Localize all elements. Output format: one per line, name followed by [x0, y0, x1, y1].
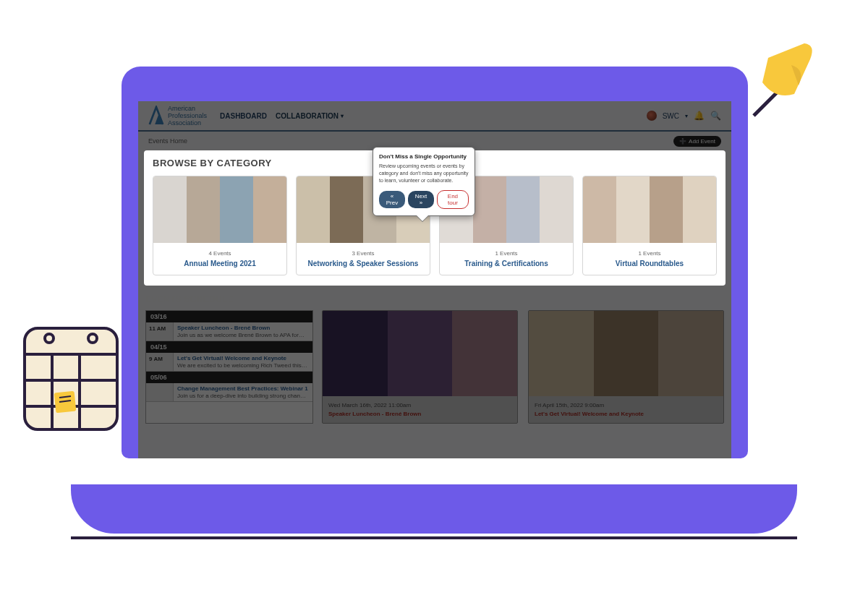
chevron-down-icon: ▾: [685, 113, 688, 119]
event-desc: Join us as we welcome Brené Brown to APA…: [177, 332, 309, 338]
category-name: Virtual Roundtables: [587, 260, 712, 267]
tour-title: Don't Miss a Single Opportunity: [379, 153, 469, 160]
tour-buttons: « Prev Next » End tour: [379, 190, 469, 209]
category-card[interactable]: 1 EventsVirtual Roundtables: [582, 176, 717, 275]
topbar-right: SWC ▾ 🔔 🔍: [647, 111, 721, 121]
event-desc: Join us for a deep-dive into building st…: [177, 393, 309, 399]
main-nav: DASHBOARD COLLABORATION ▾: [220, 112, 344, 120]
card-title: Speaker Luncheon - Brené Brown: [328, 411, 511, 417]
baseline-decoration: [71, 536, 797, 539]
card-hero: [529, 311, 723, 396]
category-count: 1 Events: [444, 250, 569, 257]
category-thumb: [583, 176, 716, 243]
card-title: Let's Get Virtual! Welcome and Keynote: [535, 411, 718, 417]
tour-popover: Don't Miss a Single Opportunity Review u…: [373, 147, 475, 216]
tour-next-button[interactable]: Next »: [408, 191, 434, 208]
list-item[interactable]: 11 AMSpeaker Luncheon - Brené BrownJoin …: [146, 322, 312, 341]
category-count: 3 Events: [301, 250, 425, 257]
category-name: Networking & Speaker Sessions: [301, 260, 425, 267]
list-date-header: 03/16: [146, 311, 312, 322]
logo-text: AmericanProfessionalsAssociation: [168, 105, 207, 127]
org-logo[interactable]: AmericanProfessionalsAssociation: [148, 105, 207, 127]
topbar: AmericanProfessionalsAssociation DASHBOA…: [138, 101, 731, 132]
plus-icon: ➕: [679, 138, 686, 145]
search-icon[interactable]: 🔍: [710, 111, 721, 121]
schedule-cards: Wed March 16th, 2022 11:00amSpeaker Lunc…: [322, 310, 724, 424]
list-date-header: 04/15: [146, 341, 312, 353]
bell-icon[interactable]: 🔔: [694, 111, 705, 121]
category-thumb: [153, 176, 286, 243]
category-name: Training & Certifications: [444, 260, 569, 267]
logo-icon: [148, 106, 164, 126]
avatar[interactable]: [647, 111, 657, 121]
nav-collaboration[interactable]: COLLABORATION ▾: [276, 112, 344, 120]
event-time: 11 AM: [146, 322, 174, 341]
laptop-frame: AmericanProfessionalsAssociation DASHBOA…: [122, 67, 748, 458]
event-desc: We are excited to be welcoming Rich Twee…: [177, 362, 309, 369]
event-list[interactable]: 03/16 11 AMSpeaker Luncheon - Brené Brow…: [145, 310, 313, 424]
event-title: Let's Get Virtual! Welcome and Keynote: [177, 355, 309, 361]
category-name: Annual Meeting 2021: [158, 260, 282, 267]
tour-body: Review upcoming events or events by cate…: [379, 163, 469, 184]
event-title: Change Management Best Practices: Webina…: [177, 385, 309, 392]
schedule-card[interactable]: Fri April 15th, 2022 9:00amLet's Get Vir…: [528, 310, 724, 424]
laptop-base: [71, 484, 797, 534]
card-datetime: Wed March 16th, 2022 11:00am: [328, 402, 511, 408]
category-card[interactable]: 4 EventsAnnual Meeting 2021: [153, 176, 287, 275]
category-count: 4 Events: [158, 250, 282, 257]
schedule-card[interactable]: Wed March 16th, 2022 11:00amSpeaker Lunc…: [322, 310, 518, 424]
list-item[interactable]: Change Management Best Practices: Webina…: [146, 383, 312, 402]
chevron-down-icon: ▾: [341, 113, 344, 119]
calendar-decoration: [20, 314, 122, 437]
event-time: 9 AM: [146, 353, 174, 371]
add-event-button[interactable]: ➕ Add Event: [673, 136, 721, 147]
category-count: 1 Events: [587, 250, 712, 257]
list-date-header: 05/06: [146, 372, 312, 383]
schedule-title: EVENTS SCHEDULE: [145, 294, 724, 304]
events-schedule: EVENTS SCHEDULE 03/16 11 AMSpeaker Lunch…: [145, 294, 724, 424]
event-title: Speaker Luncheon - Brené Brown: [177, 325, 309, 331]
card-datetime: Fri April 15th, 2022 9:00am: [535, 402, 718, 408]
browse-by-category-panel: BROWSE BY CATEGORY 4 EventsAnnual Meetin…: [144, 150, 726, 286]
breadcrumb[interactable]: Events Home: [148, 137, 187, 145]
nav-dashboard[interactable]: DASHBOARD: [220, 112, 267, 120]
list-item[interactable]: 9 AMLet's Get Virtual! Welcome and Keyno…: [146, 353, 312, 372]
app-viewport: AmericanProfessionalsAssociation DASHBOA…: [138, 101, 731, 458]
tour-end-button[interactable]: End tour: [437, 190, 469, 209]
tour-prev-button[interactable]: « Prev: [379, 191, 405, 208]
card-hero: [323, 311, 517, 396]
user-label[interactable]: SWC: [663, 112, 679, 120]
add-event-label: Add Event: [689, 138, 715, 145]
event-time: [146, 383, 174, 401]
